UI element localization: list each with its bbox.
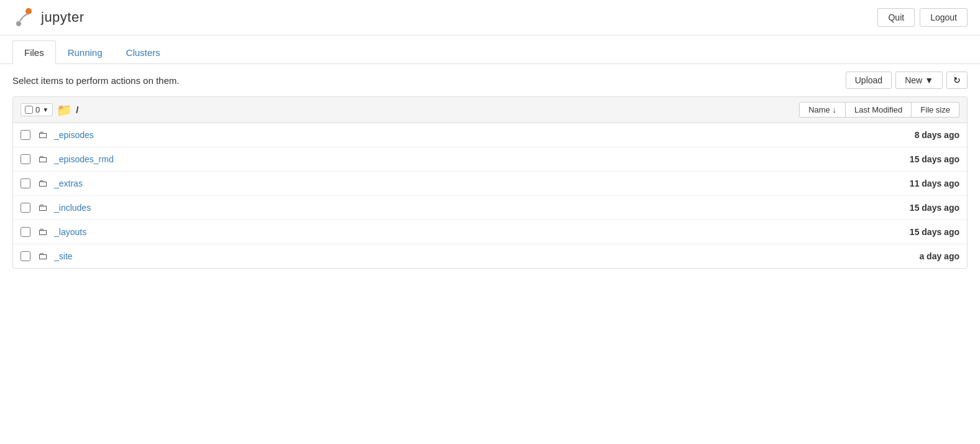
file-browser-header-left: 0 ▼ 📁 / bbox=[21, 103, 799, 118]
tabs-bar: Files Running Clusters bbox=[0, 40, 980, 64]
folder-icon: 🗀 bbox=[38, 202, 48, 213]
sort-by-name-button[interactable]: Name ↓ bbox=[799, 102, 846, 118]
current-path: / bbox=[76, 104, 78, 115]
toolbar-instruction: Select items to perform actions on them. bbox=[12, 75, 179, 86]
new-button-label: New bbox=[905, 75, 922, 85]
tab-files[interactable]: Files bbox=[12, 40, 56, 64]
app-header: jupyter Quit Logout bbox=[0, 0, 980, 35]
file-modified-time: a day ago bbox=[848, 251, 959, 261]
svg-point-0 bbox=[25, 8, 32, 14]
file-name-link[interactable]: _layouts bbox=[54, 227, 848, 237]
header-buttons: Quit Logout bbox=[877, 8, 968, 27]
file-modified-time: 15 days ago bbox=[848, 154, 959, 164]
selected-count: 0 bbox=[35, 105, 40, 114]
select-all-checkbox[interactable] bbox=[25, 106, 33, 114]
file-name-link[interactable]: _episodes_rmd bbox=[54, 154, 848, 164]
sort-by-modified-button[interactable]: Last Modified bbox=[846, 102, 912, 118]
toolbar: Select items to perform actions on them.… bbox=[0, 64, 980, 96]
file-checkbox[interactable] bbox=[21, 227, 30, 237]
file-name-link[interactable]: _site bbox=[54, 251, 848, 261]
app-title: jupyter bbox=[41, 9, 85, 25]
sort-arrow: ↓ bbox=[832, 105, 836, 114]
toolbar-right: Upload New ▼ ↻ bbox=[846, 72, 968, 89]
file-checkbox[interactable] bbox=[21, 154, 30, 164]
file-browser: 0 ▼ 📁 / Name ↓ Last Modified File size 🗀… bbox=[12, 96, 968, 269]
file-modified-time: 11 days ago bbox=[848, 178, 959, 188]
folder-icon: 🗀 bbox=[38, 129, 48, 141]
quit-button[interactable]: Quit bbox=[877, 8, 915, 27]
table-row: 🗀 _includes 15 days ago bbox=[13, 196, 967, 220]
upload-button[interactable]: Upload bbox=[846, 72, 892, 89]
new-button[interactable]: New ▼ bbox=[895, 72, 943, 89]
table-row: 🗀 _episodes 8 days ago bbox=[13, 123, 967, 147]
logout-button[interactable]: Logout bbox=[920, 8, 968, 27]
sort-name-label: Name bbox=[808, 105, 830, 114]
folder-icon: 🗀 bbox=[38, 226, 48, 238]
tab-clusters[interactable]: Clusters bbox=[114, 40, 172, 64]
svg-point-1 bbox=[16, 21, 21, 26]
folder-icon: 🗀 bbox=[38, 178, 48, 189]
folder-icon: 📁 bbox=[57, 103, 72, 118]
logo-area: jupyter bbox=[12, 6, 85, 29]
file-modified-time: 8 days ago bbox=[848, 130, 959, 140]
file-checkbox[interactable] bbox=[21, 203, 30, 213]
file-name-link[interactable]: _includes bbox=[54, 203, 848, 213]
file-list: 🗀 _episodes 8 days ago 🗀 _episodes_rmd 1… bbox=[13, 123, 967, 268]
select-all-area[interactable]: 0 ▼ bbox=[21, 103, 53, 116]
file-name-link[interactable]: _episodes bbox=[54, 130, 848, 140]
folder-icon: 🗀 bbox=[38, 154, 48, 165]
file-modified-time: 15 days ago bbox=[848, 227, 959, 237]
tab-running[interactable]: Running bbox=[56, 40, 114, 64]
refresh-button[interactable]: ↻ bbox=[946, 72, 968, 89]
jupyter-logo-icon bbox=[12, 6, 35, 29]
table-row: 🗀 _extras 11 days ago bbox=[13, 172, 967, 196]
select-dropdown-arrow[interactable]: ▼ bbox=[42, 106, 49, 113]
file-checkbox[interactable] bbox=[21, 251, 30, 261]
table-row: 🗀 _episodes_rmd 15 days ago bbox=[13, 147, 967, 172]
file-checkbox[interactable] bbox=[21, 130, 30, 140]
file-checkbox[interactable] bbox=[21, 178, 30, 188]
file-browser-header: 0 ▼ 📁 / Name ↓ Last Modified File size bbox=[13, 97, 967, 123]
folder-icon: 🗀 bbox=[38, 251, 48, 262]
file-modified-time: 15 days ago bbox=[848, 203, 959, 213]
file-name-link[interactable]: _extras bbox=[54, 178, 848, 188]
new-dropdown-arrow: ▼ bbox=[925, 75, 933, 85]
table-row: 🗀 _site a day ago bbox=[13, 244, 967, 268]
file-browser-sort-buttons: Name ↓ Last Modified File size bbox=[799, 102, 959, 118]
sort-by-size-button[interactable]: File size bbox=[912, 102, 959, 118]
table-row: 🗀 _layouts 15 days ago bbox=[13, 220, 967, 244]
